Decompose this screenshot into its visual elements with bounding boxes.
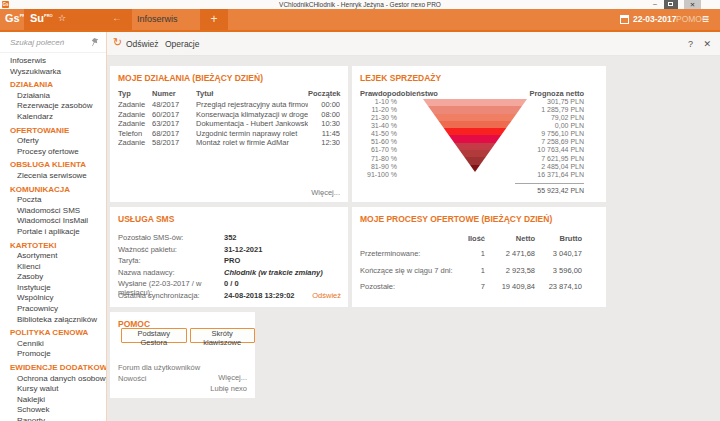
sidebar-item[interactable]: Poczta	[0, 195, 106, 206]
help-links-left: Forum dla użytkownikówNowości	[118, 363, 200, 384]
new-tab-button[interactable]: +	[200, 9, 228, 30]
window-titlebar: Gs VChlodnikCHlodnik - Henryk Jeżyna - G…	[0, 0, 720, 9]
sidebar-item[interactable]: Wiadomości SMS	[0, 206, 106, 217]
field-value: 24-08-2018 13:29:02	[224, 291, 294, 303]
sidebar-item[interactable]: Procesy ofertowe	[0, 147, 106, 158]
funnel-value: 301,75 PLN	[547, 98, 584, 106]
sidebar-item[interactable]: Naklejki	[0, 395, 106, 406]
help-button[interactable]: Skróty klawiszowe	[190, 328, 256, 343]
cell: Uzgodnić termin naprawy rolet	[196, 129, 308, 139]
field-label: Ostatnia synchronizacja:	[118, 291, 224, 303]
sidebar-item[interactable]: Cenniki	[0, 339, 106, 350]
more-actions-link[interactable]: Więcej...	[311, 188, 340, 197]
funnel-range-label: 21-30 %	[371, 114, 397, 122]
sidebar-item[interactable]: Klienci	[0, 262, 106, 273]
sidebar-item[interactable]: Zlecenia serwisowe	[0, 171, 106, 182]
module-switcher: SuPRO ☆ ←	[24, 9, 132, 30]
help-link[interactable]: Lubię nexo	[210, 384, 247, 395]
cell: 48/2017	[152, 100, 196, 110]
tab-infoserwis[interactable]: Infoserwis	[137, 9, 178, 30]
help-link[interactable]: Forum dla użytkowników	[118, 363, 200, 374]
cell: Zadanie	[118, 119, 152, 129]
sidebar-item[interactable]: Kalendarz	[0, 112, 106, 123]
sidebar-item[interactable]: Zasoby	[0, 272, 106, 283]
cell: 3 596,00	[535, 266, 582, 283]
funnel-value: 10 763,44 PLN	[537, 146, 584, 154]
column-header: Tytuł	[196, 89, 308, 98]
sidebar-item[interactable]: Schowek	[0, 405, 106, 416]
search-placeholder: Szukaj poleceń	[10, 38, 64, 47]
refresh-sms-link[interactable]: Odśwież	[312, 291, 341, 303]
table-row[interactable]: Zadanie60/2017Konserwacja klimatyzacji w…	[118, 110, 340, 120]
subiekt-logo[interactable]: SuPRO	[30, 12, 53, 24]
table-row[interactable]: Zadanie48/2017Przegląd rejestracyjny aut…	[118, 100, 340, 110]
maximize-button[interactable]	[664, 0, 678, 9]
table-row[interactable]: Zadanie63/2017Dokumentacja - Hubert Jank…	[118, 119, 340, 129]
sidebar-item[interactable]: Ochrona danych osobowych	[0, 374, 106, 385]
funnel-range-label: 11-20 %	[371, 106, 397, 114]
cell: 08:00	[308, 110, 340, 120]
sidebar-item[interactable]: Oferty	[0, 136, 106, 147]
cell: Dokumentacja - Hubert Jankowski	[196, 119, 308, 129]
funnel-range-label: 91-100 %	[367, 171, 397, 179]
help-link[interactable]: Nowości	[118, 374, 200, 385]
close-page-icon[interactable]: ✕	[703, 32, 711, 56]
refresh-button[interactable]: Odśwież	[126, 32, 159, 56]
sidebar-item[interactable]: Instytucje	[0, 283, 106, 294]
minimize-button[interactable]: –	[648, 0, 662, 9]
field-value: 31-12-2021	[224, 245, 262, 257]
sidebar-item[interactable]: Promocje	[0, 349, 106, 360]
cell: 3 040,17	[535, 249, 582, 266]
column-spacer	[360, 234, 459, 243]
sidebar-item[interactable]: Wiadomości InsMail	[0, 216, 106, 227]
field-label: Taryfa:	[118, 256, 224, 268]
help-button[interactable]: Podstawy Gestora	[121, 328, 187, 343]
table-row: Pozostałe:719 409,8423 874,10	[360, 282, 582, 299]
sidebar: Szukaj poleceń InfoserwisWyszukiwarkaDZI…	[0, 32, 107, 421]
sidebar-item[interactable]: Działania	[0, 91, 106, 102]
cell: 1	[459, 266, 485, 283]
table-row: Kończące się w ciągu 7 dni:12 923,583 59…	[360, 266, 582, 283]
favorites-star-icon[interactable]: ☆	[58, 13, 66, 23]
sidebar-section-header: DZIAŁANIA	[0, 80, 106, 91]
sidebar-item[interactable]: Wspólnicy	[0, 293, 106, 304]
table-row[interactable]: Zadanie58/2017Montaż rolet w firmie AdMa…	[118, 138, 340, 148]
cell: Telefon	[118, 129, 152, 139]
sidebar-item[interactable]: Asortyment	[0, 251, 106, 262]
sidebar-item[interactable]: Portale i aplikacje	[0, 227, 106, 238]
funnel-band	[423, 99, 527, 106]
table-row[interactable]: Telefon68/2017Uzgodnić termin naprawy ro…	[118, 129, 340, 139]
panel-help: POMOC Podstawy GestoraSkróty klawiszowe …	[110, 312, 255, 398]
sidebar-item[interactable]: Biblioteka załączników	[0, 315, 106, 326]
column-header: Netto	[485, 234, 535, 243]
sidebar-item[interactable]: Pracownicy	[0, 304, 106, 315]
field-value: 0 / 0	[224, 279, 239, 291]
current-date[interactable]: 22-03-2017	[633, 9, 676, 30]
sidebar-item[interactable]: Rezerwacje zasobów	[0, 101, 106, 112]
maximize-icon	[668, 2, 673, 6]
funnel-range-label: 41-50 %	[371, 130, 397, 138]
command-search[interactable]: Szukaj poleceń	[0, 32, 106, 53]
cell: 23 874,10	[535, 282, 582, 299]
pin-icon[interactable]	[91, 38, 99, 47]
sidebar-item[interactable]: Wyszukiwarka	[0, 67, 106, 78]
sidebar-item[interactable]: Raporty	[0, 416, 106, 421]
cell: 10:30	[308, 119, 340, 129]
info-row: Taryfa:PRO	[118, 256, 341, 268]
cell: 12:30	[308, 138, 340, 148]
sidebar-section-header: EWIDENCJE DODATKOWE	[0, 363, 106, 374]
cell: Zadanie	[118, 100, 152, 110]
hamburger-menu-icon[interactable]: ≡	[702, 9, 709, 29]
sidebar-item[interactable]: Infoserwis	[0, 56, 106, 67]
back-arrow-icon[interactable]: ←	[112, 12, 122, 23]
funnel-range-label: 31-40 %	[371, 122, 397, 130]
help-link[interactable]: Więcej...	[210, 373, 247, 384]
cell: Zadanie	[118, 138, 152, 148]
column-header: Numer	[152, 89, 196, 98]
panel-sales-funnel: LEJEK SPRZEDAŻY Prawdopodobieństwo Progn…	[352, 66, 606, 202]
operations-button[interactable]: Operacje	[165, 32, 200, 56]
close-button[interactable]: ✕	[684, 0, 701, 9]
sidebar-item[interactable]: Kursy walut	[0, 384, 106, 395]
info-row: Ostatnia synchronizacja:24-08-2018 13:29…	[118, 291, 341, 303]
help-icon[interactable]: ?	[688, 32, 693, 56]
